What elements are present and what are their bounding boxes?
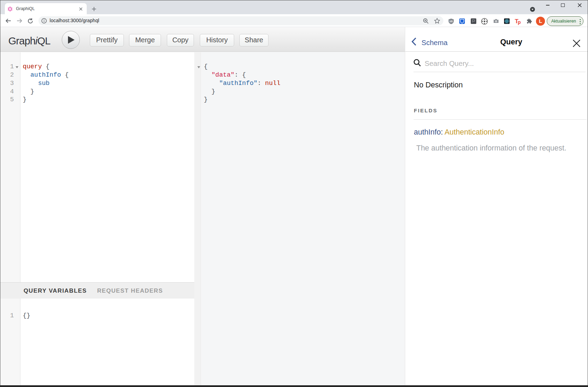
svg-text:UD: UD xyxy=(450,20,453,23)
